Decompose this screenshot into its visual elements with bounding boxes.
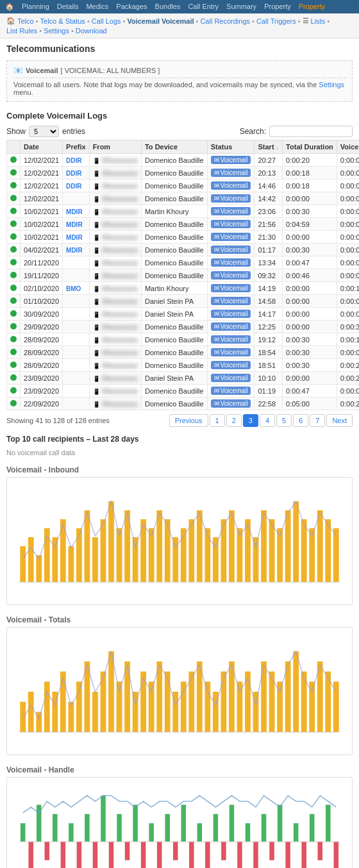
nav-callentry[interactable]: Summary — [226, 3, 256, 11]
row-status: ✉Voicemail — [207, 397, 255, 410]
table-row[interactable]: 10/02/2021 MDIR 📱 04xxxxxxxx Martin Khou… — [7, 205, 360, 218]
row-vm-duration: 0:00:02 — [337, 308, 359, 321]
table-row[interactable]: 02/10/2020 BMO 📱 04xxxxxxxx Martin Khour… — [7, 282, 360, 295]
table-row[interactable]: 20/11/2020 📱 04xxxxxxxx Domenico Baudill… — [7, 256, 360, 269]
table-row[interactable]: 22/09/2020 📱 04xxxxxxxx Domenico Baudill… — [7, 397, 360, 410]
nav-packages[interactable]: Bundles — [155, 3, 181, 11]
svg-rect-41 — [20, 702, 26, 732]
page-5[interactable]: 5 — [276, 414, 292, 427]
svg-rect-95 — [125, 842, 130, 860]
col-date[interactable]: Date — [21, 140, 63, 154]
breadcrumb-lists[interactable]: Lists — [311, 17, 326, 25]
breadcrumb-download[interactable]: Download — [76, 27, 107, 35]
row-status: ✉Voicemail — [207, 179, 255, 192]
row-vm-duration: 0:00:11 — [337, 333, 359, 346]
col-start[interactable]: Start ↓ — [255, 140, 283, 154]
col-total-duration[interactable]: Total Duration — [283, 140, 337, 154]
breadcrumb-triggers[interactable]: Call Triggers — [256, 17, 296, 25]
nav-property[interactable]: Property — [299, 3, 326, 11]
svg-rect-50 — [92, 692, 98, 732]
table-row[interactable]: 12/02/2021 DDIR 📱 04xxxxxxxx Domenico Ba… — [7, 154, 360, 167]
col-vm-duration[interactable]: Voicemail Duration — [337, 140, 359, 154]
next-button[interactable]: Next — [326, 414, 353, 427]
row-total-duration: 0:00:30 — [283, 333, 337, 346]
table-row[interactable]: 10/02/2021 MDIR 📱 04xxxxxxxx Domenico Ba… — [7, 218, 360, 231]
search-input[interactable] — [269, 126, 353, 137]
page-2[interactable]: 2 — [226, 414, 242, 427]
table-row[interactable]: 28/09/2020 📱 04xxxxxxxx Domenico Baudill… — [7, 359, 360, 372]
col-prefix[interactable]: Prefix — [63, 140, 90, 154]
row-status: ✉Voicemail — [207, 167, 255, 179]
row-vm-duration: 0:00:05 — [337, 192, 359, 205]
page-header: Telecommunications — [0, 38, 359, 56]
table-row[interactable]: 12/02/2021 DDIR 📱 04xxxxxxxx Domenico Ba… — [7, 179, 360, 192]
row-start: 21:30 — [255, 231, 283, 244]
table-row[interactable]: 04/02/2021 MDIR 📱 04xxxxxxxx Domenico Ba… — [7, 244, 360, 256]
chart-inbound-container — [6, 477, 353, 605]
page-6[interactable]: 6 — [293, 414, 308, 427]
nav-planning[interactable]: Planning — [22, 3, 49, 11]
row-from: 📱 04xxxxxxxx — [89, 397, 141, 410]
nav-details[interactable]: Medics — [86, 3, 108, 11]
nav-medics[interactable]: Packages — [116, 3, 147, 11]
svg-rect-119 — [317, 842, 322, 860]
no-data-message: No voicemail call data — [6, 446, 353, 459]
row-from: 📱 04xxxxxxxx — [89, 179, 141, 192]
prev-button[interactable]: Previous — [169, 414, 208, 427]
breadcrumb-voicemail-label[interactable]: Voicemail — [162, 17, 194, 25]
col-from[interactable]: From — [89, 140, 141, 154]
row-date: 23/09/2020 — [21, 372, 63, 385]
nav-summary[interactable]: Property — [264, 3, 291, 11]
col-status[interactable]: Status — [207, 140, 255, 154]
table-row[interactable]: 01/10/2020 📱 04xxxxxxxx Daniel Stein PA … — [7, 295, 360, 308]
svg-rect-1 — [28, 537, 34, 582]
col-todevice[interactable]: To Device — [141, 140, 207, 154]
table-row[interactable]: 10/02/2021 MDIR 📱 04xxxxxxxx Domenico Ba… — [7, 231, 360, 244]
table-row[interactable]: 28/09/2020 📱 04xxxxxxxx Domenico Baudill… — [7, 346, 360, 359]
row-prefix: MDIR — [63, 244, 90, 256]
breadcrumb-recordings[interactable]: Call Recordings — [200, 17, 250, 25]
breadcrumb-telco[interactable]: Telco — [17, 17, 34, 25]
svg-rect-97 — [141, 842, 146, 868]
page-1[interactable]: 1 — [210, 414, 225, 427]
row-status: ✉Voicemail — [207, 256, 255, 269]
row-date: 22/09/2020 — [21, 397, 63, 410]
table-row[interactable]: 23/09/2020 📱 04xxxxxxxx Daniel Stein PA … — [7, 372, 360, 385]
table-row[interactable]: 19/11/2020 📱 04xxxxxxxx Domenico Baudill… — [7, 269, 360, 282]
showing-text: Showing 41 to 128 of 128 entries — [6, 417, 110, 424]
nav-home[interactable]: 🏠 — [5, 3, 14, 11]
table-row[interactable]: 28/09/2020 📱 04xxxxxxxx Domenico Baudill… — [7, 333, 360, 346]
breadcrumb-settings[interactable]: Settings — [44, 27, 69, 35]
row-total-duration: 0:00:18 — [283, 167, 337, 179]
nav-bundles[interactable]: Call Entry — [188, 3, 219, 11]
settings-link[interactable]: Settings — [319, 81, 344, 88]
row-dot — [7, 333, 21, 346]
table-row[interactable]: 12/02/2021 📱 04xxxxxxxx Domenico Baudill… — [7, 192, 360, 205]
row-from: 📱 04xxxxxxxx — [89, 218, 141, 231]
svg-rect-37 — [317, 510, 323, 582]
breadcrumb-telco-status[interactable]: Telco & Status — [40, 17, 85, 25]
row-todevice: Domenico Baudille — [141, 192, 207, 205]
chart-inbound-title: Voicemail - Inbound — [6, 465, 353, 474]
breadcrumb-lists-icon: ☰ — [303, 17, 309, 25]
nav-planning2[interactable]: Details — [57, 3, 79, 11]
table-row[interactable]: 12/02/2021 DDIR 📱 04xxxxxxxx Domenico Ba… — [7, 167, 360, 179]
entries-label: entries — [62, 127, 85, 136]
page-4[interactable]: 4 — [260, 414, 275, 427]
row-vm-duration: 0:00:09 — [337, 346, 359, 359]
svg-rect-100 — [165, 814, 170, 842]
page-7[interactable]: 7 — [310, 414, 325, 427]
row-start: 20:13 — [255, 167, 283, 179]
svg-rect-118 — [310, 814, 315, 842]
pagination: Previous 1 2 3 4 5 6 7 Next — [169, 414, 353, 427]
svg-rect-14 — [133, 537, 138, 582]
entries-select[interactable]: 5 10 25 50 100 — [29, 126, 59, 137]
table-row[interactable]: 29/09/2020 📱 04xxxxxxxx Domenico Baudill… — [7, 321, 360, 333]
svg-rect-85 — [45, 842, 50, 860]
breadcrumb-call-logs[interactable]: Call Logs — [92, 17, 121, 25]
table-row[interactable]: 30/09/2020 📱 04xxxxxxxx Daniel Stein PA … — [7, 308, 360, 321]
table-row[interactable]: 23/09/2020 📱 04xxxxxxxx Domenico Baudill… — [7, 385, 360, 397]
page-3[interactable]: 3 — [243, 414, 258, 427]
breadcrumb-listrules[interactable]: List Rules — [6, 27, 37, 35]
svg-rect-22 — [197, 510, 203, 582]
